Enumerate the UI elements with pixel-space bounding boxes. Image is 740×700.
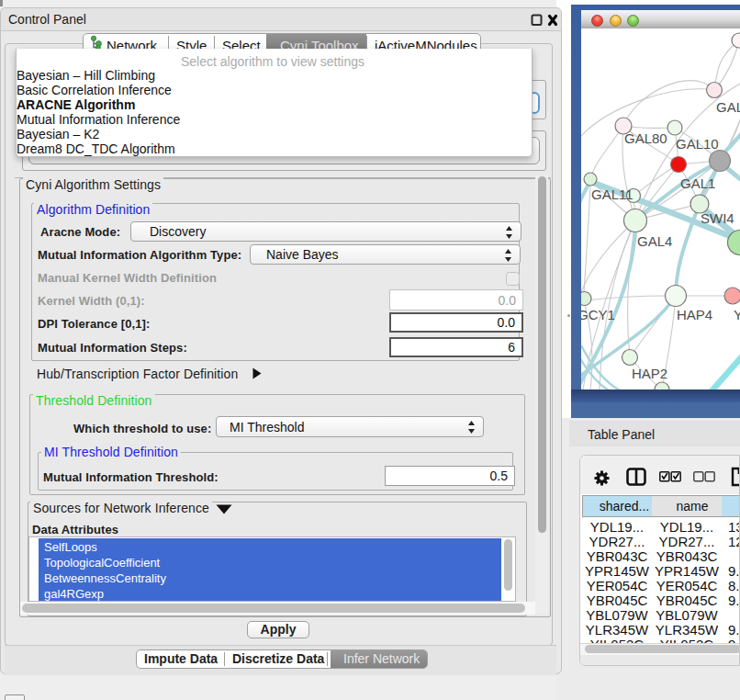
svg-text:HAP2: HAP2 xyxy=(632,366,667,381)
svg-text:GAL11: GAL11 xyxy=(591,186,633,202)
svg-text:GAL80: GAL80 xyxy=(624,130,667,146)
svg-text:GAL1: GAL1 xyxy=(680,175,715,191)
svg-text:SWI4: SWI4 xyxy=(701,210,734,226)
svg-text:GCY1: GCY1 xyxy=(581,307,615,322)
svg-text:GAL2: GAL2 xyxy=(716,99,740,115)
svg-text:HAP4: HAP4 xyxy=(677,307,712,322)
svg-text:Y: Y xyxy=(734,307,740,322)
svg-text:GAL10: GAL10 xyxy=(676,136,719,152)
svg-text:GAL4: GAL4 xyxy=(637,233,672,249)
